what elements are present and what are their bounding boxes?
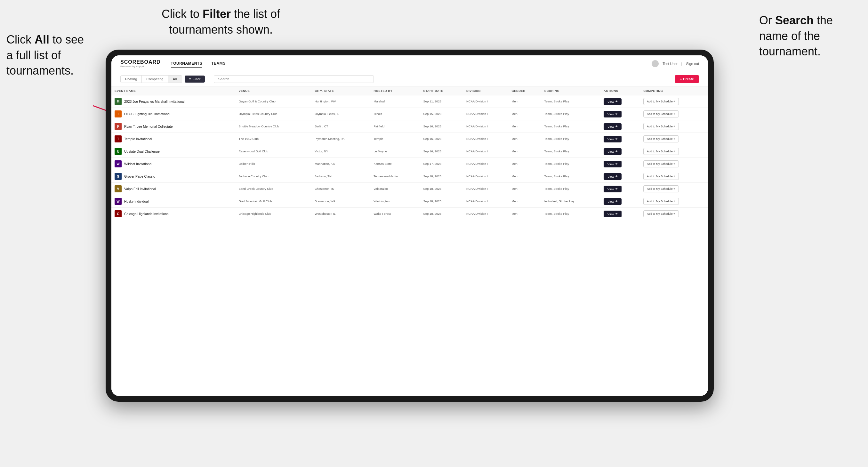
add-to-schedule-button[interactable]: Add to My Schedule + — [643, 98, 679, 105]
event-name: Grover Page Classic — [124, 175, 155, 178]
cell-event-name: W Husky Individual — [112, 195, 236, 208]
add-to-schedule-button[interactable]: Add to My Schedule + — [643, 135, 679, 143]
separator: | — [681, 62, 682, 66]
col-actions: ACTIONS — [600, 86, 640, 95]
cell-scoring: Team, Stroke Play — [541, 95, 600, 108]
table-row: F Ryan T. Lee Memorial Collegiate Shuttl… — [112, 120, 708, 133]
cell-hosted-by: Tennessee-Martin — [370, 170, 420, 183]
cell-division: NCAA Division I — [463, 208, 508, 220]
cell-start-date: Sep 18, 2023 — [420, 208, 463, 220]
eye-icon: 👁 — [615, 150, 618, 153]
cell-division: NCAA Division I — [463, 95, 508, 108]
col-city-state: CITY, STATE — [311, 86, 370, 95]
view-button[interactable]: View 👁 — [603, 136, 622, 143]
cell-start-date: Sep 16, 2023 — [420, 120, 463, 133]
cell-division: NCAA Division I — [463, 145, 508, 158]
header-right: Test User | Sign out — [652, 60, 699, 67]
team-logo: V — [115, 185, 122, 192]
cell-division: NCAA Division I — [463, 133, 508, 145]
tournaments-table: EVENT NAME VENUE CITY, STATE HOSTED BY S… — [112, 86, 708, 220]
cell-competing: Add to My Schedule + — [640, 195, 708, 208]
col-venue: VENUE — [236, 86, 312, 95]
cell-venue: Sand Creek Country Club — [236, 183, 312, 195]
cell-hosted-by: Temple — [370, 133, 420, 145]
add-to-schedule-button[interactable]: Add to My Schedule + — [643, 185, 679, 192]
view-button[interactable]: View 👁 — [603, 123, 622, 130]
cell-division: NCAA Division I — [463, 170, 508, 183]
view-button[interactable]: View 👁 — [603, 198, 622, 205]
tab-all[interactable]: All — [168, 75, 182, 83]
cell-event-name: U Upstate Dual Challenge — [112, 145, 236, 158]
main-nav: TOURNAMENTS TEAMS — [171, 60, 652, 67]
add-to-schedule-button[interactable]: Add to My Schedule + — [643, 198, 679, 205]
cell-start-date: Sep 16, 2023 — [420, 133, 463, 145]
cell-division: NCAA Division I — [463, 108, 508, 120]
cell-event-name: V Valpo Fall Invitational — [112, 183, 236, 195]
view-button[interactable]: View 👁 — [603, 148, 622, 155]
cell-gender: Men — [508, 170, 541, 183]
eye-icon: 👁 — [615, 125, 618, 128]
cell-actions: View 👁 — [600, 195, 640, 208]
cell-city-state: Plymouth Meeting, PA — [311, 133, 370, 145]
eye-icon: 👁 — [615, 200, 618, 203]
add-to-schedule-button[interactable]: Add to My Schedule + — [643, 111, 679, 118]
cell-hosted-by: Illinois — [370, 108, 420, 120]
cell-division: NCAA Division I — [463, 183, 508, 195]
add-to-schedule-button[interactable]: Add to My Schedule + — [643, 210, 679, 217]
cell-venue: Chicago Highlands Club — [236, 208, 312, 220]
add-to-schedule-button[interactable]: Add to My Schedule + — [643, 173, 679, 180]
col-hosted-by: HOSTED BY — [370, 86, 420, 95]
cell-start-date: Sep 16, 2023 — [420, 145, 463, 158]
logo-area: SCOREBOARD Powered by clippd — [120, 59, 161, 68]
view-button[interactable]: View 👁 — [603, 173, 622, 180]
tab-hosting[interactable]: Hosting — [121, 75, 142, 83]
col-gender: GENDER — [508, 86, 541, 95]
view-button[interactable]: View 👁 — [603, 186, 622, 192]
cell-actions: View 👁 — [600, 133, 640, 145]
event-name: OFCC Fighting Illini Invitational — [124, 112, 170, 116]
cell-venue: Guyan Golf & Country Club — [236, 95, 312, 108]
view-button[interactable]: View 👁 — [603, 111, 622, 118]
table-row: V Valpo Fall Invitational Sand Creek Cou… — [112, 183, 708, 195]
create-button[interactable]: + Create — [675, 75, 699, 83]
search-input[interactable] — [214, 75, 374, 83]
table-row: M 2023 Joe Feaganes Marshall Invitationa… — [112, 95, 708, 108]
cell-scoring: Individual, Stroke Play — [541, 195, 600, 208]
cell-gender: Men — [508, 183, 541, 195]
view-button[interactable]: View 👁 — [603, 161, 622, 167]
cell-competing: Add to My Schedule + — [640, 208, 708, 220]
sign-out-link[interactable]: Sign out — [686, 62, 699, 66]
table-header: EVENT NAME VENUE CITY, STATE HOSTED BY S… — [112, 86, 708, 95]
cell-division: NCAA Division I — [463, 120, 508, 133]
event-name: Husky Individual — [124, 199, 149, 203]
annotation-right: Or Search the name of the tournament. — [759, 13, 862, 60]
app-header: SCOREBOARD Powered by clippd TOURNAMENTS… — [112, 55, 708, 72]
view-button[interactable]: View 👁 — [603, 211, 622, 217]
cell-gender: Men — [508, 208, 541, 220]
cell-hosted-by: Marshall — [370, 95, 420, 108]
cell-gender: Men — [508, 108, 541, 120]
add-to-schedule-button[interactable]: Add to My Schedule + — [643, 123, 679, 130]
cell-division: NCAA Division I — [463, 195, 508, 208]
cell-scoring: Team, Stroke Play — [541, 145, 600, 158]
add-to-schedule-button[interactable]: Add to My Schedule + — [643, 148, 679, 155]
tablet-device: SCOREBOARD Powered by clippd TOURNAMENTS… — [105, 50, 714, 402]
nav-tab-teams[interactable]: TEAMS — [211, 60, 226, 67]
tab-competing[interactable]: Competing — [142, 75, 168, 83]
cell-city-state: Manhattan, KS — [311, 158, 370, 170]
add-to-schedule-button[interactable]: Add to My Schedule + — [643, 160, 679, 167]
cell-hosted-by: Fairfield — [370, 120, 420, 133]
team-logo: W — [115, 198, 122, 205]
app-logo-sub: Powered by clippd — [120, 65, 161, 68]
event-name: Upstate Dual Challenge — [124, 150, 160, 153]
event-name: Chicago Highlands Invitational — [124, 212, 169, 216]
table-row: G Grover Page Classic Jackson Country Cl… — [112, 170, 708, 183]
nav-tab-tournaments[interactable]: TOURNAMENTS — [171, 60, 203, 67]
view-button[interactable]: View 👁 — [603, 98, 622, 105]
eye-icon: 👁 — [615, 137, 618, 141]
cell-start-date: Sep 18, 2023 — [420, 170, 463, 183]
cell-event-name: M 2023 Joe Feaganes Marshall Invitationa… — [112, 95, 236, 108]
cell-event-name: F Ryan T. Lee Memorial Collegiate — [112, 120, 236, 133]
filter-button[interactable]: ≡ Filter — [185, 75, 205, 83]
cell-scoring: Team, Stroke Play — [541, 208, 600, 220]
